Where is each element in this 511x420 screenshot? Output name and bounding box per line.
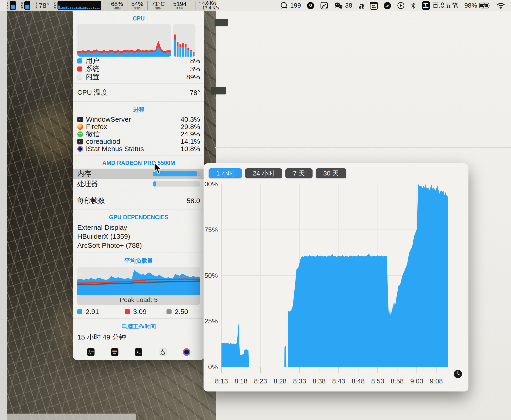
process-row[interactable]: iStat Menus Status 10.8% — [77, 145, 200, 152]
svg-text:8:58: 8:58 — [391, 377, 404, 385]
istat-menus-button[interactable] — [183, 348, 190, 356]
terminal-button[interactable]: >_ — [135, 348, 142, 356]
svg-text:8:48: 8:48 — [352, 377, 364, 385]
activity-graph-button[interactable] — [87, 348, 95, 356]
gpu-section-title: AMD RADEON PRO 5500M — [73, 160, 204, 166]
menubar-cpu-widget[interactable]: CPU — [54, 1, 101, 10]
grabber-button[interactable] — [159, 348, 166, 356]
sen-widget-label: SEN — [35, 2, 38, 9]
gpu-processor-row[interactable]: 处理器 — [73, 179, 204, 189]
wechat-menu-item[interactable]: 38 — [334, 2, 352, 9]
wifi-icon[interactable] — [497, 2, 505, 9]
svg-text:8:33: 8:33 — [293, 377, 306, 385]
menubar-sensor-widget[interactable]: SEN 78° — [35, 2, 49, 9]
idle-color-swatch — [77, 75, 82, 80]
bluetooth-icon[interactable] — [411, 2, 415, 9]
ssd-widget-label: SSD — [6, 2, 9, 9]
battery-charging-icon — [479, 2, 490, 8]
stat-mem[interactable]: 68% MEM — [107, 1, 127, 10]
cpu-widget-label: CPU — [54, 2, 57, 9]
stat-ssd[interactable]: 54% SSD — [127, 1, 147, 10]
gpu-deps-section: GPU DEPENDENCIES External Display HBuild… — [73, 210, 204, 253]
input-method-name: 百度五笔 — [432, 1, 458, 10]
menubar-ssd-widget[interactable]: SSD — [6, 1, 16, 10]
stairs-chart-icon[interactable] — [320, 2, 328, 9]
a-glyph-menu-icon[interactable]: a — [359, 2, 364, 9]
svg-text:75%: 75% — [204, 226, 218, 233]
load-legend: 2.91 3.09 2.50 — [77, 308, 200, 315]
idle-percent: 89% — [186, 73, 200, 81]
mem-gauge — [24, 1, 30, 10]
sensor-temp-value: 78° — [39, 2, 49, 9]
svg-text:8:28: 8:28 — [274, 377, 287, 385]
terminal-app-icon: >_ — [77, 117, 83, 122]
cpu-histogram-chart — [58, 1, 101, 10]
process-row[interactable]: >_ coreaudiod 14.1% — [77, 138, 200, 145]
mem-widget-label: MEM — [21, 2, 23, 9]
stat-rpm[interactable]: 5194 RPM — [169, 1, 190, 10]
fps-label: 每秒帧数 — [77, 196, 105, 205]
tab-1-hour[interactable]: 1 小时 — [209, 168, 242, 178]
calendar-menu-icon[interactable]: 21 — [370, 2, 378, 10]
cpu-history-chart — [77, 24, 171, 57]
gpu-dep-item: HBuilderX (1359) — [77, 232, 200, 241]
wallpaper-wall-seam — [215, 147, 511, 148]
clock-button[interactable] — [453, 369, 462, 379]
upload-arrow-icon: ↑ — [199, 0, 202, 6]
battery-menu-item[interactable]: 98% — [464, 2, 490, 9]
cpu-temp-value: 78° — [190, 89, 200, 97]
play-circle-icon[interactable] — [397, 2, 405, 9]
wubi-icon: 五 — [422, 1, 430, 10]
wallpaper-wall-knob — [215, 19, 228, 26]
menubar-network-widget[interactable]: ↑ 4.6 K/s ↓ 17.4 K/s — [195, 1, 219, 10]
cpu-section: CPU 用户 8% 系统 3% 闲置 89% — [73, 11, 204, 83]
svg-text:8:38: 8:38 — [312, 377, 326, 385]
istat-cpu-panel: CPU 用户 8% 系统 3% 闲置 89% CPU 温度 78° 进程 > — [73, 11, 204, 360]
wallpaper-wall-knob — [211, 87, 226, 94]
uptime-section: 电脑工作时间 15 小时 49 分钟 — [73, 318, 204, 345]
load-average-section: 平均负载量 Peak Load: 5 2.91 3.09 2.50 — [73, 253, 204, 318]
battery-percent: 98% — [464, 2, 477, 9]
gpu-dep-item: ArcSoft Photo+ (788) — [77, 241, 200, 250]
g-circle-icon[interactable]: G — [307, 2, 314, 9]
menubar-mem-widget[interactable]: MEM — [21, 1, 30, 10]
gpu-section: AMD RADEON PRO 5500M 内存 处理器 — [73, 155, 204, 192]
peak-load-label: Peak Load: 5 — [77, 295, 200, 305]
gpu-dep-item: External Display — [77, 223, 200, 232]
gpu-history-popup: 1 小时 24 小时 7 天 30 天 0%25%50%75%100%8:138… — [204, 163, 468, 391]
uptime-title: 电脑工作时间 — [77, 323, 200, 330]
menubar-stats[interactable]: 68% MEM 54% SSD 71°C SEN 5194 RPM — [107, 1, 190, 10]
fps-section: 每秒帧数 58.0 — [73, 192, 204, 210]
system-color-swatch — [77, 67, 82, 72]
istat-app-icon — [77, 146, 83, 152]
ssd-gauge — [10, 1, 16, 10]
cpu-temp-section: CPU 温度 78° — [73, 83, 204, 101]
time-range-tabs: 1 小时 24 小时 7 天 30 天 — [209, 168, 346, 178]
menu-bar: SSD MEM SEN 78° CPU 68% MEM 54% SSD 71°C… — [0, 0, 511, 11]
stat-sen[interactable]: 71°C SEN — [147, 1, 169, 10]
svg-text:25%: 25% — [204, 317, 218, 325]
process-row[interactable]: >_ WindowServer 40.3% — [77, 116, 200, 123]
gpu-memory-row[interactable]: 内存 — [73, 169, 204, 179]
clock-widget-button[interactable] — [111, 348, 118, 356]
input-method-menu-item[interactable]: 五 百度五笔 — [422, 1, 458, 10]
messages-menu-item[interactable]: 199 — [280, 2, 301, 9]
user-color-swatch — [77, 58, 82, 63]
swift-bird-icon[interactable] — [384, 2, 391, 9]
fps-value: 58.0 — [187, 197, 200, 205]
process-row[interactable]: 微信 24.9% — [77, 130, 200, 138]
tab-7-days[interactable]: 7 天 — [285, 168, 312, 178]
cpu-cores-chart — [173, 24, 195, 57]
tab-24-hours[interactable]: 24 小时 — [245, 168, 282, 178]
firefox-app-icon — [77, 124, 83, 130]
svg-text:0%: 0% — [208, 363, 218, 371]
wechat-count: 38 — [345, 2, 352, 9]
wallpaper-edge-strip — [0, 0, 7, 420]
tab-30-days[interactable]: 30 天 — [316, 168, 346, 178]
svg-text:9:08: 9:08 — [430, 377, 443, 385]
cpu-temp-label: CPU 温度 — [77, 88, 108, 97]
cpu-legend-idle: 闲置 89% — [77, 73, 200, 81]
cpu-section-title: CPU — [77, 15, 200, 22]
wechat-app-icon — [77, 131, 83, 137]
svg-text:8:53: 8:53 — [371, 377, 384, 385]
